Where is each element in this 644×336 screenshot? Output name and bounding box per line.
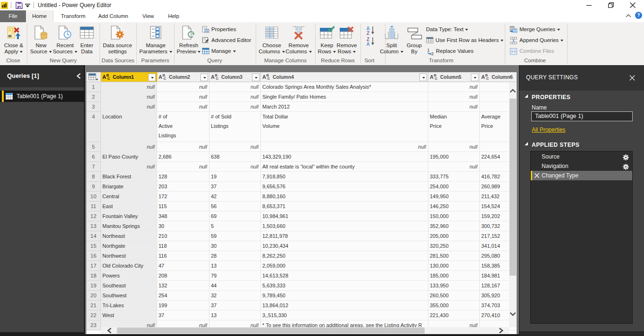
svg-text:A: A: [366, 42, 369, 46]
svg-text:1: 1: [427, 48, 430, 52]
svg-text:Z: Z: [367, 31, 369, 35]
svg-text:2: 2: [431, 51, 434, 55]
svg-text:Z: Z: [367, 37, 369, 42]
svg-text:A: A: [366, 26, 369, 31]
